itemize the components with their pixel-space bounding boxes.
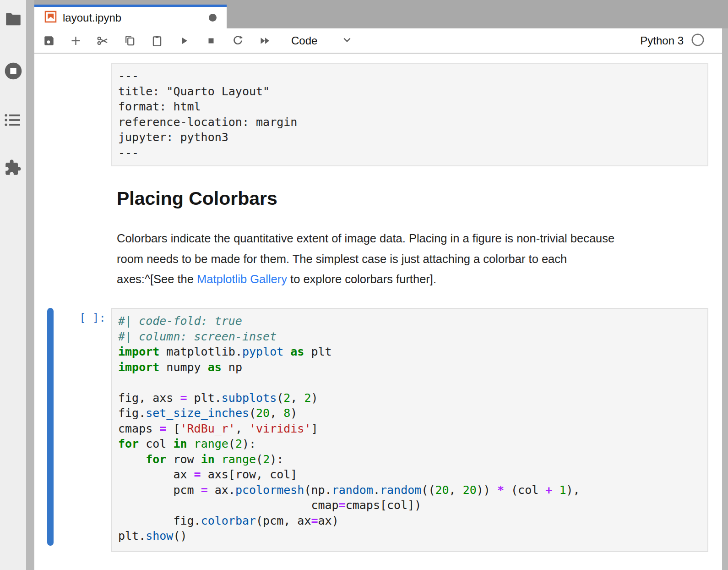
table-of-contents-icon[interactable] xyxy=(4,112,22,130)
running-kernels-icon[interactable] xyxy=(4,62,22,82)
kernel-indicator: Python 3 xyxy=(640,33,722,49)
code-line: for row in range(2): xyxy=(118,452,707,467)
tab-title: layout.ipynb xyxy=(63,11,121,24)
paragraph-text: to explore colorbars further]. xyxy=(287,273,436,285)
paragraph-text: room needs to be made for them. The simp… xyxy=(117,252,567,265)
copy-icon[interactable] xyxy=(124,34,136,47)
input-prompt: [ ]: xyxy=(53,312,106,324)
code-line xyxy=(118,375,707,390)
tab-layout-ipynb[interactable]: layout.ipynb xyxy=(34,5,227,28)
code-line: pcm = ax.pcolormesh(np.random.random((20… xyxy=(118,482,707,498)
unsaved-dot[interactable] xyxy=(209,14,217,22)
code-line: fig.colorbar(pcm, ax=ax) xyxy=(118,513,707,529)
run-icon[interactable] xyxy=(178,34,190,47)
paste-icon[interactable] xyxy=(151,34,163,47)
code-line: plt.show() xyxy=(118,528,707,544)
cell-type-select[interactable]: Code xyxy=(291,34,317,47)
code-line: import numpy as np xyxy=(118,360,707,375)
add-cell-icon[interactable] xyxy=(70,34,82,47)
jupyterlab-window: layout.ipynb xyxy=(0,0,728,570)
notebook-icon xyxy=(44,11,57,25)
code-line: cmaps = ['RdBu_r', 'viridis'] xyxy=(118,421,707,437)
code-line: #| column: screen-inset xyxy=(118,329,707,345)
kernel-name[interactable]: Python 3 xyxy=(640,34,684,47)
markdown-paragraph: Colorbars indicate the quantitative exte… xyxy=(117,228,707,290)
scrollbar-track[interactable] xyxy=(722,28,728,570)
notebook-panel: --- title: "Quarto Layout" format: html … xyxy=(34,54,722,570)
paragraph-text: axes:^[See the xyxy=(117,273,197,285)
code-line: #| code-fold: true xyxy=(118,313,707,329)
kernel-idle-circle-icon[interactable] xyxy=(691,33,705,49)
extensions-icon[interactable] xyxy=(4,159,22,178)
run-all-icon[interactable] xyxy=(259,34,271,47)
code-line: fig, axs = plt.subplots(2, 2) xyxy=(118,390,707,406)
code-line: import matplotlib.pyplot as plt xyxy=(118,344,707,360)
sidebar-divider xyxy=(26,0,34,570)
markdown-heading: Placing Colorbars xyxy=(117,188,277,209)
matplotlib-gallery-link[interactable]: Matplotlib Gallery xyxy=(197,273,287,285)
raw-yaml-cell[interactable]: --- title: "Quarto Layout" format: html … xyxy=(111,63,708,166)
save-icon[interactable] xyxy=(43,34,55,47)
code-line: fig.set_size_inches(20, 8) xyxy=(118,406,707,421)
code-line: ax = axs[row, col] xyxy=(118,467,707,482)
activity-sidebar xyxy=(0,0,26,570)
restart-kernel-icon[interactable] xyxy=(232,34,244,47)
folder-icon[interactable] xyxy=(5,12,22,28)
cell-collapser-bar[interactable] xyxy=(47,308,54,546)
code-line: cmap=cmaps[col]) xyxy=(118,498,707,513)
code-line: for col in range(2): xyxy=(118,436,707,452)
stop-icon[interactable] xyxy=(205,34,217,47)
cut-icon[interactable] xyxy=(97,34,109,47)
code-editor[interactable]: #| code-fold: true#| column: screen-inse… xyxy=(111,308,708,552)
chevron-down-icon[interactable] xyxy=(341,34,353,48)
notebook-toolbar: Code Python 3 xyxy=(34,28,722,54)
paragraph-text: Colorbars indicate the quantitative exte… xyxy=(117,232,614,245)
